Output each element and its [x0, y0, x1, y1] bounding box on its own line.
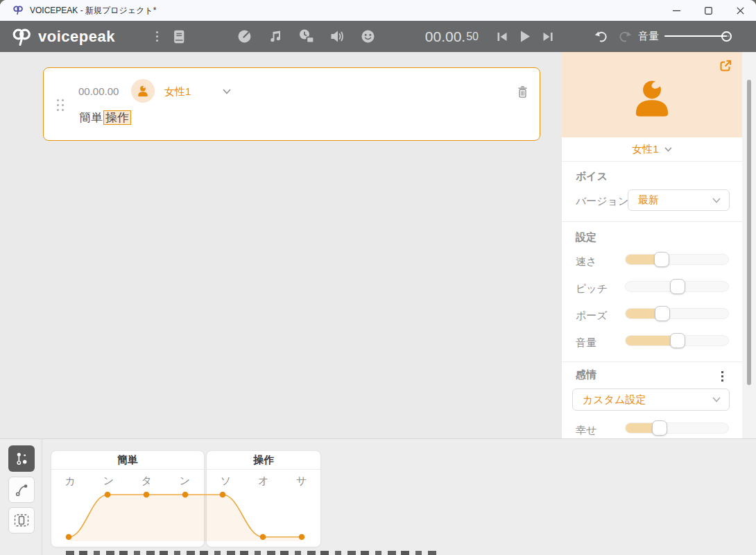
audio-output-button[interactable]	[328, 21, 346, 52]
pause-label: ポーズ	[576, 309, 608, 323]
history-button[interactable]	[297, 21, 316, 52]
volume-label: 音量	[576, 336, 596, 350]
slider-knob[interactable]	[655, 306, 670, 321]
voice-settings-sidebar: 女性1 ボイス バージョン 最新 設定 速さ ピッチ	[562, 52, 756, 438]
selection-tool-icon	[14, 513, 29, 527]
person-icon	[136, 84, 150, 98]
mora[interactable]: ン	[180, 475, 190, 488]
block-avatar	[131, 79, 155, 103]
trash-icon	[517, 85, 529, 99]
person-icon-large	[629, 75, 675, 121]
minimize-button[interactable]	[660, 0, 692, 21]
slider-knob[interactable]	[670, 333, 685, 348]
speaker-icon	[329, 29, 345, 44]
brand: voicepeak	[11, 21, 115, 52]
toolbar-menu-button[interactable]	[151, 21, 162, 52]
mora[interactable]: ン	[103, 475, 114, 488]
volume-fill	[664, 35, 727, 37]
curve-tool-button[interactable]	[8, 477, 35, 503]
skip-end-icon	[541, 31, 555, 43]
volume-knob[interactable]	[721, 31, 732, 42]
master-volume-label: 音量	[638, 21, 659, 52]
gauge-icon	[237, 28, 252, 44]
open-voice-window-button[interactable]	[719, 59, 732, 76]
word-card-1[interactable]: 簡単 カ ン タ ン	[51, 450, 205, 547]
curve-tool-icon	[15, 483, 29, 497]
slider-knob[interactable]	[652, 420, 667, 436]
voice-selector[interactable]: 女性1	[562, 137, 742, 162]
voicepeak-logo-icon	[11, 27, 32, 46]
pitch-slider[interactable]	[625, 281, 729, 292]
sidebar-scrollbar[interactable]	[742, 52, 756, 438]
skip-start-button[interactable]	[494, 21, 510, 52]
accent-tool-icon	[15, 452, 29, 466]
scrollbar-thumb[interactable]	[747, 80, 751, 385]
pause-slider[interactable]	[625, 308, 729, 319]
time-display: 00.00.50	[415, 21, 479, 52]
window-title: VOICEPEAK - 新規プロジェクト*	[30, 5, 156, 17]
version-dropdown[interactable]: 最新	[628, 189, 730, 211]
mora[interactable]: カ	[65, 475, 76, 488]
emotion-preset-value: カスタム設定	[583, 393, 712, 407]
selection-tool-button[interactable]	[8, 507, 35, 533]
mora[interactable]: サ	[296, 475, 307, 488]
script-editor-area[interactable]: 00.00.00 女性1	[0, 52, 562, 438]
titlebar: VOICEPEAK - 新規プロジェクト*	[0, 0, 756, 21]
voice-avatar-panel	[562, 52, 742, 137]
dictionary-button[interactable]	[170, 21, 188, 52]
skip-end-button[interactable]	[540, 21, 556, 52]
settings-section-title: 設定	[576, 231, 596, 244]
play-icon	[520, 31, 531, 42]
emotion-preset-dropdown[interactable]: カスタム設定	[572, 388, 730, 411]
chevron-down-icon	[664, 147, 672, 152]
pitch-editor-panel: 簡単 カ ン タ ン 操作 ソ オ サ	[0, 438, 756, 555]
version-label: バージョン	[576, 195, 628, 208]
chevron-down-icon	[712, 198, 721, 203]
main-toolbar: voicepeak	[0, 21, 756, 52]
happy-label: 幸せ	[576, 424, 596, 437]
mora[interactable]: ソ	[221, 475, 231, 488]
version-value: 最新	[638, 194, 712, 207]
block-text-selected: 操作	[103, 110, 131, 125]
voice-volume-slider[interactable]	[625, 335, 729, 346]
undo-button[interactable]	[592, 21, 610, 52]
redo-button[interactable]	[616, 21, 634, 52]
morae-row: ソ オ サ	[207, 475, 320, 488]
master-tuning-button[interactable]	[235, 21, 253, 52]
chevron-down-icon	[712, 397, 721, 402]
close-button[interactable]	[724, 0, 756, 21]
mora[interactable]: オ	[258, 475, 268, 488]
slider-knob[interactable]	[670, 279, 685, 294]
redo-icon	[617, 29, 633, 44]
music-note-icon	[268, 29, 283, 44]
kebab-menu-icon	[156, 31, 158, 42]
emotion-menu-button[interactable]	[720, 370, 725, 383]
text-block[interactable]: 00.00.00 女性1	[43, 67, 540, 141]
accent-tool-button[interactable]	[8, 445, 35, 472]
music-button[interactable]	[266, 21, 284, 52]
clipped-next-row	[66, 551, 437, 555]
app-logo-icon	[12, 5, 24, 16]
block-text[interactable]: 簡単操作	[79, 110, 131, 126]
app-window: VOICEPEAK - 新規プロジェクト* voicepeak	[0, 0, 756, 555]
history-clock-icon	[298, 28, 316, 44]
chevron-down-icon[interactable]	[223, 89, 231, 94]
emotion-section-title: 感情	[576, 368, 596, 382]
master-volume-slider[interactable]	[664, 21, 730, 52]
delete-block-button[interactable]	[515, 84, 530, 99]
emotion-button[interactable]	[359, 21, 377, 52]
slider-knob[interactable]	[654, 252, 669, 267]
maximize-button[interactable]	[692, 0, 724, 21]
skip-start-icon	[495, 31, 509, 43]
word-label: 操作	[207, 451, 320, 470]
happy-slider[interactable]	[625, 422, 729, 434]
speed-slider[interactable]	[625, 254, 729, 265]
play-button[interactable]	[518, 21, 532, 52]
block-voice-name[interactable]: 女性1	[164, 85, 191, 99]
undo-icon	[594, 29, 609, 44]
word-card-2[interactable]: 操作 ソ オ サ	[206, 450, 321, 547]
mora[interactable]: タ	[141, 475, 152, 488]
voice-selector-name: 女性1	[632, 143, 658, 156]
morae-row: カ ン タ ン	[51, 475, 204, 488]
drag-handle-icon[interactable]	[57, 99, 64, 111]
